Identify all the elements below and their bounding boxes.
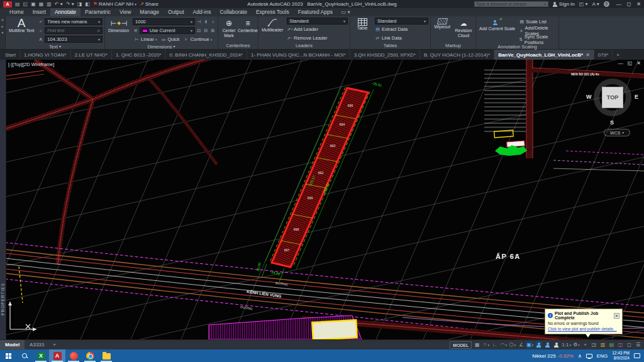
annotation-scale-icon[interactable] xyxy=(553,341,560,349)
dim-break-icon[interactable]: ⊣ xyxy=(196,19,202,25)
help-search-input[interactable] xyxy=(476,2,544,6)
annotation-scale-value[interactable]: 1:1▾ xyxy=(562,341,571,349)
taskbar-autocad[interactable]: A xyxy=(49,349,65,362)
help-search-box[interactable]: ⌕ xyxy=(474,1,548,7)
multileader-style-combo[interactable]: Standard▾ xyxy=(287,18,348,25)
palette-arrow-icon[interactable]: ▸ xyxy=(1,24,3,28)
file-tab[interactable]: 1.HONG VI TOAN* xyxy=(20,50,71,60)
table-style-combo[interactable]: Standard▾ xyxy=(375,18,428,25)
clean-screen-icon[interactable]: ◫ xyxy=(617,341,624,349)
ortho-mode-toggle[interactable]: ∟ xyxy=(491,341,498,349)
add-current-scale-button[interactable]: + Add Current Scale xyxy=(478,18,516,43)
tab-collaborate[interactable]: Collaborate xyxy=(215,8,251,16)
object-snap-tracking-toggle[interactable]: ∠ xyxy=(518,341,525,349)
palette-grip-icon[interactable]: ▾ xyxy=(1,30,3,35)
table-button[interactable]: Table xyxy=(352,18,372,42)
text-style-combo[interactable]: Times new romans▾ xyxy=(45,18,103,25)
file-tab-active[interactable]: BanVe_QuyHoach_LGH_VinhLocB*✕ xyxy=(494,50,594,60)
tab-express-tools[interactable]: Express Tools xyxy=(252,8,294,16)
file-tab[interactable]: 1- PHAN VUNG QHC...N BCHANH - MOI* xyxy=(247,50,350,60)
viewcube-west[interactable]: W xyxy=(586,94,592,100)
customization-menu-icon[interactable]: ☰ xyxy=(635,341,641,349)
tray-expand-icon[interactable]: ∧ xyxy=(578,353,582,359)
viewcube-south[interactable]: S xyxy=(610,119,614,126)
tab-output[interactable]: Output xyxy=(164,8,189,16)
viewcube[interactable]: TOP W E S xyxy=(592,77,633,118)
snap-mode-toggle[interactable]: ⁘▾ xyxy=(482,341,489,349)
network-icon[interactable] xyxy=(586,354,592,358)
tab-insert[interactable]: Insert xyxy=(28,8,50,16)
add-leader-button[interactable]: ↗+ Add Leader xyxy=(287,25,348,33)
notification-close-icon[interactable]: ✕ xyxy=(614,313,619,319)
save-icon[interactable]: ▣ xyxy=(31,0,36,8)
revision-cloud-button[interactable]: ☁ Revision Cloud xyxy=(453,18,474,42)
redo-icon[interactable]: ↷ ▾ xyxy=(66,0,74,8)
tab-home[interactable]: Home xyxy=(5,8,28,16)
file-tab[interactable]: 0. BINH CHANH_KHSDD_2024* xyxy=(165,50,247,60)
model-space-button[interactable]: MODEL xyxy=(450,341,472,349)
new-file-icon[interactable]: ▤ xyxy=(15,0,20,8)
grid-display-toggle[interactable]: ▦ xyxy=(474,341,480,349)
notification-link[interactable]: Click to view plot and publish details..… xyxy=(548,327,619,331)
properties-palette-tab[interactable]: PROPERTIES xyxy=(0,60,6,339)
annotation-visibility-toggle[interactable] xyxy=(535,341,542,349)
layout-tab-model[interactable]: Model xyxy=(0,340,25,350)
sync-scale-positions-button[interactable]: ⇅ Sync Scale Positions xyxy=(519,35,557,43)
doc-close-button[interactable]: ✕ xyxy=(636,60,641,66)
taskbar-stock-widget[interactable]: Nikkei 225 -0.52% xyxy=(532,353,574,359)
file-tab[interactable]: 1. QHC 6013 -2020* xyxy=(112,50,166,60)
quick-dimension-button[interactable]: ▭Quick xyxy=(159,36,180,42)
text-height-combo[interactable]: 104.3023▾ xyxy=(45,36,103,43)
extract-data-button[interactable]: ▤ Extract Data xyxy=(375,25,428,33)
taskbar-excel[interactable]: X xyxy=(33,349,49,362)
autocad-app-icon[interactable]: A xyxy=(3,1,12,8)
isolate-objects-icon[interactable]: ◲ xyxy=(591,341,597,349)
file-tab[interactable]: 3.QH KHSDD_2591 XPXD* xyxy=(350,50,420,60)
find-text-input[interactable] xyxy=(47,28,97,33)
restore-button[interactable]: ◻ xyxy=(627,1,631,7)
dynamic-input-toggle[interactable]: ▣▾ xyxy=(526,341,533,349)
workspace-dropdown[interactable]: ⚑ RANH CAP NH ▾ xyxy=(93,1,136,7)
close-tab-icon[interactable]: ✕ xyxy=(586,52,590,58)
file-tab[interactable]: 2.LE UT NHO* xyxy=(71,50,112,60)
minimize-button[interactable]: — xyxy=(616,1,621,7)
match-properties-icon[interactable]: ◧ xyxy=(85,0,90,8)
doc-restore-button[interactable]: ◱ xyxy=(628,60,633,66)
wipeout-button[interactable]: Wipeout xyxy=(433,18,452,42)
centerline-button[interactable]: ≡ Centerline xyxy=(239,18,257,42)
wcs-dropdown[interactable]: WCS▾ xyxy=(604,129,630,136)
autoscale-toggle[interactable] xyxy=(544,341,551,349)
linear-dimension-button[interactable]: ⊢Linear▾ xyxy=(133,36,158,42)
plot-status-icon[interactable]: ▥ xyxy=(599,341,606,349)
full-screen-icon[interactable]: ◻ xyxy=(626,341,633,349)
polar-tracking-toggle[interactable]: ◠▾ xyxy=(500,341,507,349)
taskbar-red-app[interactable] xyxy=(65,349,82,362)
taskbar-clock[interactable]: 12:43 PM 8/9/2024 xyxy=(612,351,630,361)
tab-featured-apps[interactable]: Featured Apps xyxy=(294,8,337,16)
isometric-drafting-toggle[interactable]: ⬡▾ xyxy=(509,341,516,349)
dim-scale-combo[interactable]: 1000▾ xyxy=(133,18,195,25)
close-palette-icon[interactable]: ✕ xyxy=(1,18,4,22)
plot-icon[interactable]: ▥ xyxy=(47,0,52,8)
viewcube-east[interactable]: E xyxy=(635,94,638,100)
autodesk-account-icon[interactable]: A ▾ xyxy=(592,0,599,8)
dim-check-icon[interactable]: ⊡ xyxy=(196,28,202,33)
drawing-canvas[interactable]: 695 694 693 692 699 698 697 ~25.31 ~24.2… xyxy=(0,60,644,339)
multileader-button[interactable]: Multileader xyxy=(260,18,284,42)
dim-override-icon[interactable]: ⊞ xyxy=(210,28,216,33)
start-button[interactable] xyxy=(0,349,16,362)
taskbar-file-explorer[interactable] xyxy=(98,349,114,362)
tab-view[interactable]: View xyxy=(115,8,135,16)
tab-parametric[interactable]: Parametric xyxy=(80,8,115,16)
action-center-icon[interactable] xyxy=(634,353,640,358)
open-folder-icon[interactable]: ◱ xyxy=(23,0,28,8)
remove-leader-button[interactable]: ↗− Remove Leader xyxy=(287,34,348,42)
graphics-performance-icon[interactable]: ▤ xyxy=(608,341,615,349)
viewport-controls[interactable]: [-][Top][2D Wireframe] xyxy=(8,62,54,67)
continue-dimension-button[interactable]: ⊦Continue▾ xyxy=(182,36,214,42)
file-tab[interactable]: 079* xyxy=(594,50,613,60)
file-tab[interactable]: B. QUY HOACH (1-12-2014)* xyxy=(420,50,494,60)
language-indicator[interactable]: ENG xyxy=(597,353,608,359)
center-mark-button[interactable]: ⊕ Center Mark xyxy=(220,18,238,42)
workspace-switching-gear-icon[interactable]: ⚙▾ xyxy=(573,341,580,349)
